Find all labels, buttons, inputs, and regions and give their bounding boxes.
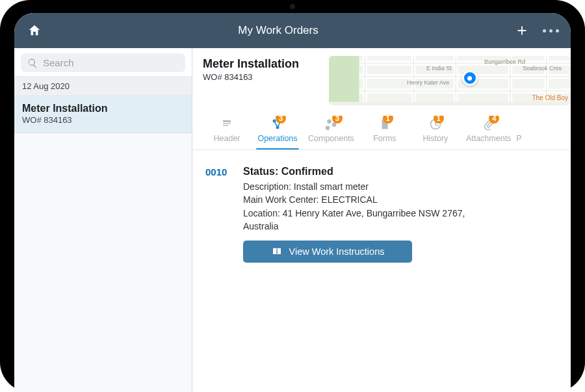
svg-rect-2 <box>329 56 359 102</box>
tab-overflow-peek[interactable]: P <box>516 134 529 150</box>
detail-wo-number: WO# 834163 <box>203 72 320 82</box>
list-date-header: 12 Aug 2020 <box>14 77 192 96</box>
tablet-frame: My Work Orders 12 Aug 2020 <box>0 0 585 392</box>
tab-bar: Header 3 Operations 3 <box>192 116 571 150</box>
tab-badge: 1 <box>434 116 444 124</box>
map-road-label: Bungarribee Rd <box>484 59 525 65</box>
dot-icon <box>543 29 546 33</box>
tab-label: History <box>422 134 448 143</box>
tab-label: Forms <box>373 134 396 143</box>
map[interactable]: Bungarribee Rd E India St Henry Kater Av… <box>329 56 571 105</box>
list-item[interactable]: Meter Installation WO# 834163 <box>14 96 192 133</box>
detail-header: Meter Installation WO# 834163 Bungarri <box>192 48 571 105</box>
plus-icon <box>515 23 529 38</box>
dot-icon <box>556 29 559 33</box>
home-button[interactable] <box>23 20 46 42</box>
map-pin-icon <box>462 70 478 86</box>
search-wrap <box>14 48 192 77</box>
main-panel: Meter Installation WO# 834163 Bungarri <box>192 48 571 392</box>
tab-operations[interactable]: 3 Operations <box>252 116 303 150</box>
map-road-label: Henry Kater Ave <box>407 79 449 86</box>
tab-attachments[interactable]: 4 Attachments <box>461 116 516 150</box>
detail-title: Meter Installation <box>203 57 320 71</box>
page-title: My Work Orders <box>46 24 511 37</box>
screen: My Work Orders 12 Aug 2020 <box>14 13 571 392</box>
tab-badge: 4 <box>489 116 499 124</box>
tab-components[interactable]: 3 Components <box>303 116 359 150</box>
tab-history[interactable]: 1 History <box>410 116 461 150</box>
search-icon <box>27 58 38 68</box>
operation-location: Location: 41 Henry Kater Ave, Bungarribe… <box>243 207 477 233</box>
camera-dot <box>290 4 295 9</box>
operation-status: Status: Confirmed <box>243 166 558 177</box>
add-button[interactable] <box>511 20 533 42</box>
tab-badge: 3 <box>332 116 343 124</box>
tab-label: Header <box>214 134 240 143</box>
operation-work-center: Main Work Center: ELECTRICAL <box>243 193 558 206</box>
tab-label: Components <box>308 134 354 143</box>
button-label: View Work Instructions <box>289 246 385 257</box>
dot-icon <box>549 29 552 33</box>
list-item-title: Meter Installation <box>22 103 184 114</box>
operation-description: Description: Install smart meter <box>243 180 558 193</box>
search-field[interactable] <box>21 53 185 72</box>
tab-badge: 1 <box>383 116 393 124</box>
topbar: My Work Orders <box>14 13 571 48</box>
sidebar: 12 Aug 2020 Meter Installation WO# 83416… <box>14 48 192 392</box>
operation-number: 0010 <box>205 166 234 263</box>
more-button[interactable] <box>540 20 562 42</box>
tab-header[interactable]: Header <box>202 116 252 150</box>
header-icon <box>220 118 233 130</box>
tab-label: Attachments <box>466 134 511 143</box>
map-road-label: Seabrook Cres <box>523 65 562 72</box>
map-poi-label: The Old Boy <box>532 94 568 101</box>
tab-label: Operations <box>257 134 297 143</box>
search-input[interactable] <box>43 57 179 68</box>
map-road-label: E India St <box>426 65 452 72</box>
book-icon <box>271 246 283 257</box>
list-item-subtitle: WO# 834163 <box>22 115 184 125</box>
operation-item: 0010 Status: Confirmed Description: Inst… <box>192 150 571 263</box>
home-icon <box>27 23 42 38</box>
view-work-instructions-button[interactable]: View Work Instructions <box>243 241 412 263</box>
tab-forms[interactable]: 1 Forms <box>359 116 410 150</box>
